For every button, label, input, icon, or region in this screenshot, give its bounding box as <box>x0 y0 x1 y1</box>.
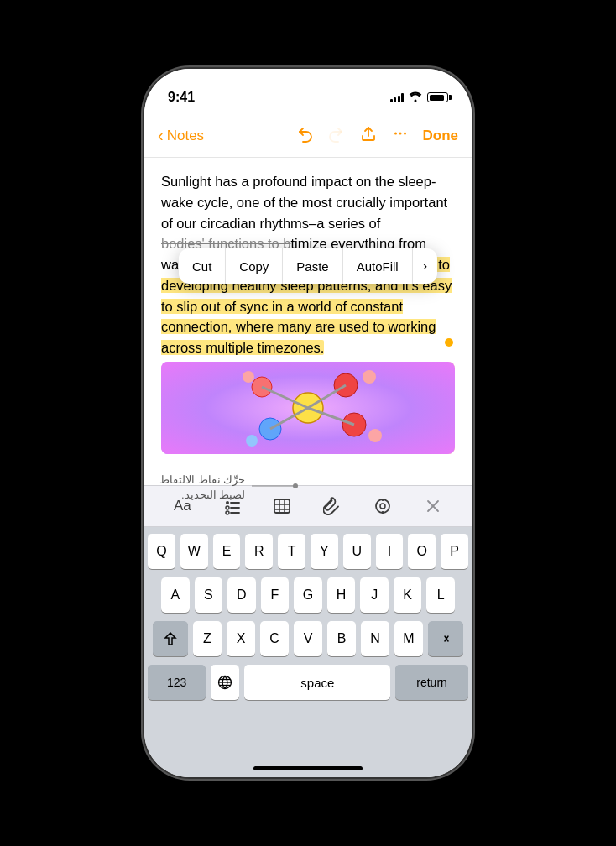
svg-point-30 <box>380 504 385 509</box>
svg-point-22 <box>226 511 229 514</box>
annotation-container: حرِّك نقاط الالتقاط لضبط التحديد. <box>159 472 298 501</box>
key-p[interactable]: P <box>441 534 468 569</box>
keyboard: Q W E R T Y U I O P A S D F G H J K L <box>144 527 472 776</box>
key-q[interactable]: Q <box>148 534 175 569</box>
key-w[interactable]: W <box>180 534 208 569</box>
key-n[interactable]: N <box>361 621 389 656</box>
svg-point-14 <box>368 429 382 442</box>
copy-button[interactable]: Copy <box>226 248 283 284</box>
redo-button[interactable] <box>327 124 346 147</box>
share-button[interactable] <box>359 124 378 147</box>
keyboard-row-2: A S D F G H J K L <box>148 577 468 613</box>
markup-button[interactable] <box>373 497 392 515</box>
svg-point-0 <box>399 133 401 135</box>
battery-icon <box>427 92 448 102</box>
key-z[interactable]: Z <box>193 621 222 656</box>
key-y[interactable]: Y <box>311 534 338 569</box>
context-menu: Cut Copy Paste AutoFill › <box>179 248 437 284</box>
paste-button[interactable]: Paste <box>283 248 342 284</box>
globe-button[interactable] <box>211 665 239 700</box>
key-l[interactable]: L <box>426 577 455 613</box>
key-o[interactable]: O <box>408 534 436 569</box>
key-c[interactable]: C <box>260 621 289 656</box>
bottom-bar: 🙂 <box>144 776 472 777</box>
key-t[interactable]: T <box>278 534 305 569</box>
key-h[interactable]: H <box>327 577 356 613</box>
annotation-text: حرِّك نقاط الالتقاط لضبط التحديد. <box>159 472 245 501</box>
nav-bar: ‹ Notes <box>144 114 472 158</box>
done-button[interactable]: Done <box>423 128 459 144</box>
svg-point-13 <box>363 370 376 384</box>
undo-button[interactable] <box>295 124 314 147</box>
wifi-icon <box>409 91 422 104</box>
note-image <box>161 362 455 454</box>
selection-handle[interactable] <box>445 338 453 347</box>
svg-point-15 <box>243 371 254 383</box>
content-area: Cut Copy Paste AutoFill › Sunlight has a… <box>144 158 472 485</box>
svg-point-16 <box>246 435 258 446</box>
key-m[interactable]: M <box>394 621 423 656</box>
key-i[interactable]: I <box>376 534 404 569</box>
svg-point-20 <box>226 506 229 509</box>
space-key[interactable]: space <box>244 665 390 700</box>
svg-point-1 <box>394 133 397 135</box>
key-k[interactable]: K <box>394 577 422 613</box>
key-j[interactable]: J <box>360 577 389 613</box>
key-d[interactable]: D <box>227 577 256 613</box>
home-indicator <box>253 766 363 770</box>
attachment-button[interactable] <box>323 497 342 515</box>
note-text-before: Sunlight has a profound impact on the sl… <box>161 174 447 231</box>
status-icons <box>390 91 449 104</box>
key-x[interactable]: X <box>227 621 255 656</box>
annotation-line1: حرِّك نقاط الالتقاط <box>159 472 245 488</box>
key-s[interactable]: S <box>195 577 223 613</box>
autofill-button[interactable]: AutoFill <box>343 248 413 284</box>
signal-icon <box>390 92 405 102</box>
key-v[interactable]: V <box>294 621 322 656</box>
svg-point-2 <box>404 133 406 135</box>
svg-point-18 <box>226 501 229 504</box>
more-button[interactable] <box>391 124 410 147</box>
back-label: Notes <box>167 128 204 144</box>
close-keyboard-button[interactable] <box>424 497 442 515</box>
svg-point-29 <box>376 499 389 513</box>
return-key[interactable]: return <box>395 665 468 700</box>
key-e[interactable]: E <box>213 534 241 569</box>
nav-icons: Done <box>295 124 459 147</box>
key-b[interactable]: B <box>327 621 356 656</box>
key-f[interactable]: F <box>261 577 290 613</box>
svg-rect-24 <box>274 499 290 513</box>
numbers-button[interactable]: 123 <box>148 665 206 700</box>
more-options-button[interactable]: › <box>413 248 437 284</box>
key-r[interactable]: R <box>245 534 273 569</box>
keyboard-row-3: Z X C V B N M <box>148 621 468 656</box>
shift-button[interactable] <box>153 621 188 656</box>
back-chevron-icon: ‹ <box>158 126 164 145</box>
key-a[interactable]: A <box>161 577 190 613</box>
annotation-line2: لضبط التحديد. <box>159 488 245 501</box>
back-button[interactable]: ‹ Notes <box>158 126 204 145</box>
key-g[interactable]: G <box>294 577 322 613</box>
key-u[interactable]: U <box>343 534 371 569</box>
status-bar: 9:41 <box>144 69 472 114</box>
backspace-button[interactable] <box>428 621 463 656</box>
cut-button[interactable]: Cut <box>179 248 226 284</box>
status-time: 9:41 <box>168 90 195 105</box>
keyboard-row-4: 123 space return <box>148 665 468 700</box>
keyboard-row-1: Q W E R T Y U I O P <box>148 534 468 569</box>
